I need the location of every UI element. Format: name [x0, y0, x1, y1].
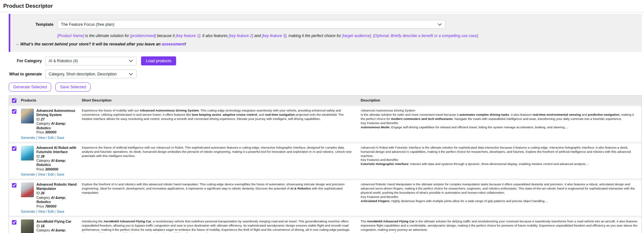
- link-separator: |: [36, 209, 37, 213]
- save-link[interactable]: Save: [57, 136, 64, 140]
- product-price: Price3000000: [36, 167, 78, 171]
- link-separator: |: [55, 136, 56, 140]
- product-id: ID27: [36, 117, 78, 121]
- view-edit-link[interactable]: View / Edit: [38, 172, 54, 176]
- generate-link[interactable]: Generate: [21, 172, 35, 176]
- description-column-header: Description: [358, 98, 641, 102]
- page-title: Product Descriptor: [3, 3, 641, 9]
- template-select[interactable]: The Feature Focus (free plan): [57, 20, 445, 29]
- short-description-cell: Introducing the AeroMobil Advanced Flyin…: [80, 219, 358, 233]
- product-thumbnail: [21, 182, 34, 197]
- products-table: Products Short Description Description A…: [9, 95, 642, 233]
- table-row: Advanced AI Robot with Futuristic Interf…: [9, 143, 641, 179]
- load-products-button[interactable]: Load products: [141, 56, 176, 65]
- product-title: Advanced AI Robot with Futuristic Interf…: [36, 146, 78, 154]
- product-cell: AeroMobil Flying Car ID18 CategoryAI &am…: [20, 219, 80, 233]
- template-label: Template: [14, 22, 53, 27]
- template-preview-text: [Product Name] is the ultimate solution …: [57, 34, 638, 38]
- product-title: Advanced Autonomous Driving System: [36, 109, 78, 117]
- row-select-checkbox[interactable]: [12, 183, 16, 188]
- chevron-down-icon: [129, 73, 133, 75]
- table-header-row: Products Short Description Description: [9, 96, 641, 105]
- save-link[interactable]: Save: [57, 172, 64, 176]
- description-cell: Advanced Robotic Hand Manipulator is the…: [358, 182, 641, 213]
- product-cell: Advanced Robotic Hand Manipulator ID26 C…: [20, 182, 80, 213]
- link-separator: |: [55, 209, 56, 213]
- top-actions: Generate Selected Save Selected: [9, 83, 644, 92]
- product-category: CategoryAI &amp; Robotics: [36, 159, 78, 167]
- save-selected-button[interactable]: Save Selected: [55, 83, 90, 92]
- product-id: ID28: [36, 154, 78, 159]
- product-id: ID26: [36, 191, 78, 195]
- note-punctuation: !: [185, 42, 186, 46]
- products-column-header: Products: [20, 98, 80, 102]
- short-description-column-header: Short Description: [80, 98, 358, 102]
- row-select-checkbox[interactable]: [12, 109, 16, 114]
- product-cell: Advanced Autonomous Driving System ID27 …: [20, 109, 80, 140]
- assessment-link[interactable]: assessment: [162, 42, 185, 46]
- view-edit-link[interactable]: View / Edit: [38, 209, 54, 213]
- template-panel: Template The Feature Focus (free plan) […: [9, 14, 642, 52]
- table-row: Advanced Autonomous Driving System ID27 …: [9, 106, 641, 142]
- product-category: CategoryAI &amp; Robotics: [36, 196, 78, 204]
- product-row-links: Generate|View / Edit|Save: [21, 209, 78, 213]
- product-price: Price300000: [36, 130, 78, 134]
- category-select[interactable]: AI & Robotics (4): [45, 57, 137, 65]
- product-title: Advanced Robotic Hand Manipulator: [36, 182, 78, 191]
- product-thumbnail: [21, 146, 34, 160]
- chevron-down-icon: [438, 23, 442, 26]
- chevron-down-icon: [129, 60, 133, 62]
- category-select-value: AI & Robotics (4): [49, 59, 78, 63]
- product-title: AeroMobil Flying Car: [36, 219, 78, 224]
- table-row: Advanced Robotic Hand Manipulator ID26 C…: [9, 180, 641, 216]
- generate-selected-button[interactable]: Generate Selected: [9, 83, 51, 92]
- product-category: CategoryAI &amp; Robotics: [36, 228, 78, 233]
- template-select-value: The Feature Focus (free plan): [61, 22, 114, 27]
- row-select-checkbox[interactable]: [12, 220, 16, 225]
- product-thumbnail: [21, 109, 34, 123]
- link-separator: |: [36, 136, 37, 140]
- link-separator: |: [55, 172, 56, 176]
- view-edit-link[interactable]: View / Edit: [38, 136, 54, 140]
- save-link[interactable]: Save: [57, 209, 64, 213]
- link-separator: |: [36, 172, 37, 176]
- product-id: ID18: [36, 224, 78, 228]
- template-note: → What's the secret behind your store? I…: [15, 42, 638, 46]
- description-cell: Advanced AI Robot with Futuristic Interf…: [358, 146, 641, 177]
- short-description-cell: Explore the forefront of AI and robotics…: [80, 182, 358, 213]
- generate-link[interactable]: Generate: [21, 136, 35, 140]
- product-row-links: Generate|View / Edit|Save: [21, 172, 78, 176]
- what-to-generate-label: What to generate: [0, 72, 42, 76]
- generate-link[interactable]: Generate: [21, 209, 35, 213]
- description-cell: Advanced Autonomous Driving System is th…: [358, 109, 641, 140]
- row-select-checkbox[interactable]: [12, 146, 16, 151]
- what-to-generate-select[interactable]: Category, Short description, Description: [45, 70, 137, 78]
- page-header: Product Descriptor: [0, 0, 644, 12]
- short-description-cell: Experience the future of mobility with o…: [80, 109, 358, 140]
- product-price: Price780000: [36, 204, 78, 209]
- controls-section: For Category AI & Robotics (4) Load prod…: [0, 56, 644, 78]
- short-description-cell: Experience the future of artificial inte…: [80, 146, 358, 177]
- what-to-generate-select-value: Category, Short description, Description: [49, 72, 117, 76]
- description-cell: The AeroMobil Advanced Flying Car is the…: [358, 219, 641, 233]
- for-category-label: For Category: [0, 59, 42, 63]
- product-category: CategoryAI &amp; Robotics: [36, 121, 78, 130]
- product-thumbnail: [21, 219, 34, 233]
- table-row: AeroMobil Flying Car ID18 CategoryAI &am…: [9, 217, 641, 233]
- product-row-links: Generate|View / Edit|Save: [21, 136, 78, 140]
- select-all-checkbox[interactable]: [12, 98, 16, 103]
- note-text: → What's the secret behind your store? I…: [15, 42, 162, 46]
- product-cell: Advanced AI Robot with Futuristic Interf…: [20, 146, 80, 177]
